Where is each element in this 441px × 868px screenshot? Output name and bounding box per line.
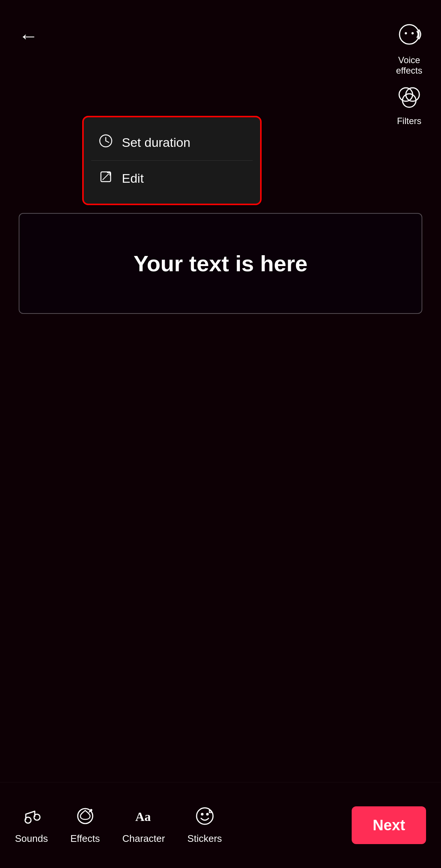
back-button[interactable]: ← xyxy=(19,26,38,46)
header: ← Voiceeffects xyxy=(0,0,441,97)
effects-icon xyxy=(75,806,95,829)
clock-icon xyxy=(99,134,113,151)
svg-point-2 xyxy=(411,32,414,34)
sounds-toolbar-item[interactable]: Sounds xyxy=(15,806,48,844)
stickers-icon xyxy=(195,806,215,829)
sounds-label: Sounds xyxy=(15,833,48,844)
effects-toolbar-item[interactable]: Effects xyxy=(70,806,100,844)
next-button[interactable]: Next xyxy=(352,806,426,844)
edit-icon xyxy=(99,170,113,187)
svg-point-16 xyxy=(197,808,213,824)
stickers-label: Stickers xyxy=(187,833,222,844)
svg-point-17 xyxy=(201,813,203,816)
edit-menu-item[interactable]: Edit xyxy=(84,161,260,196)
voice-effects-label: Voiceeffects xyxy=(396,55,422,76)
set-duration-label: Set duration xyxy=(122,135,190,150)
bottom-toolbar: Sounds Effects Aa Character xyxy=(0,782,441,868)
filters-button[interactable]: Filters xyxy=(396,83,422,126)
voice-effects-icon xyxy=(396,22,422,52)
context-menu: Set duration Edit xyxy=(82,116,262,205)
character-icon: Aa xyxy=(133,806,154,829)
svg-point-1 xyxy=(405,32,407,34)
toolbar-items: Sounds Effects Aa Character xyxy=(15,806,352,844)
effects-label: Effects xyxy=(70,833,100,844)
filters-label: Filters xyxy=(397,116,421,126)
text-display-area: Your text is here xyxy=(19,213,422,314)
sounds-icon xyxy=(21,806,41,829)
svg-point-11 xyxy=(25,817,31,823)
voice-effects-button[interactable]: Voiceeffects xyxy=(396,22,422,76)
svg-line-10 xyxy=(103,174,109,180)
svg-point-18 xyxy=(206,813,209,816)
character-toolbar-item[interactable]: Aa Character xyxy=(122,806,165,844)
svg-point-12 xyxy=(34,814,40,820)
filters-icon xyxy=(396,83,422,113)
svg-point-0 xyxy=(400,25,419,44)
svg-line-8 xyxy=(106,141,109,142)
svg-point-14 xyxy=(90,809,92,811)
edit-label: Edit xyxy=(122,171,144,186)
character-label: Character xyxy=(122,833,165,844)
right-controls: Voiceeffects Filters xyxy=(396,22,422,126)
stickers-toolbar-item[interactable]: Stickers xyxy=(187,806,222,844)
svg-text:Aa: Aa xyxy=(135,810,151,824)
text-display: Your text is here xyxy=(133,251,308,277)
set-duration-menu-item[interactable]: Set duration xyxy=(84,125,260,160)
